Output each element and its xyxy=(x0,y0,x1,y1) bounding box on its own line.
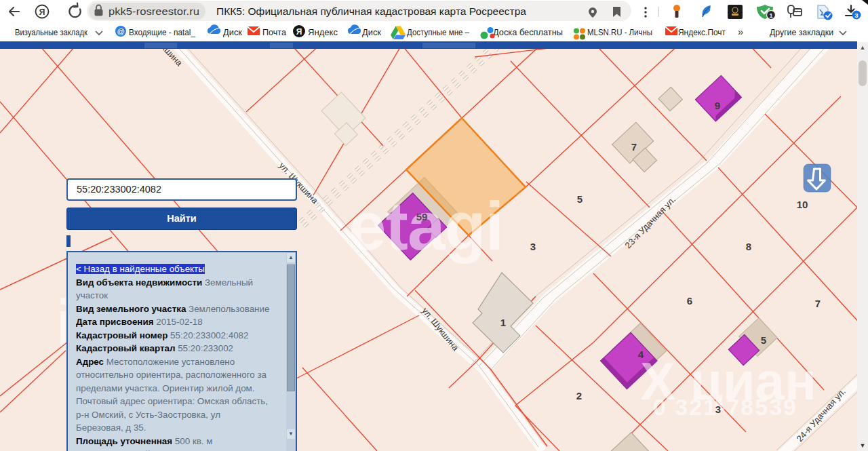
svg-text:Входящие - natal_: Входящие - natal_ xyxy=(129,27,196,37)
svg-text:59: 59 xyxy=(416,211,428,222)
svg-text:1: 1 xyxy=(769,12,772,19)
svg-text:Я: Я xyxy=(39,7,45,17)
svg-text:10: 10 xyxy=(797,199,808,210)
svg-text:Почта: Почта xyxy=(262,27,287,37)
svg-text:Диск: Диск xyxy=(362,27,381,37)
svg-text:Яндекс: Яндекс xyxy=(308,27,338,37)
svg-text:1: 1 xyxy=(500,317,506,328)
svg-text:etagi: etagi xyxy=(349,188,503,264)
svg-text:7: 7 xyxy=(815,298,821,309)
svg-text:ПКК5: Официальная публичная ка: ПКК5: Официальная публичная кадастровая … xyxy=(216,5,526,17)
svg-text:Доска бесплатны: Доска бесплатны xyxy=(493,27,563,37)
svg-text:Диск: Диск xyxy=(223,27,242,37)
svg-text:5: 5 xyxy=(761,334,766,346)
svg-text:5: 5 xyxy=(577,193,583,205)
svg-text:8: 8 xyxy=(746,241,751,252)
svg-text:»: » xyxy=(738,26,743,37)
svg-text:Другие закладки: Другие закладки xyxy=(770,27,833,37)
svg-text:4: 4 xyxy=(638,349,644,360)
svg-text:3: 3 xyxy=(854,12,858,19)
svg-text:0 321-78539: 0 321-78539 xyxy=(653,394,797,420)
svg-text:3: 3 xyxy=(715,404,721,415)
svg-text:Доступные мне –: Доступные мне – xyxy=(407,27,470,37)
svg-text:Яндекс.Почт: Яндекс.Почт xyxy=(678,27,726,37)
svg-text:9: 9 xyxy=(715,100,720,111)
svg-text:7: 7 xyxy=(631,141,637,153)
svg-text:6: 6 xyxy=(687,295,692,307)
svg-text:Я: Я xyxy=(296,27,302,37)
svg-text:pkk5-rosreestor.ru: pkk5-rosreestor.ru xyxy=(108,5,199,17)
svg-text:@: @ xyxy=(117,27,125,35)
svg-text:3: 3 xyxy=(530,241,536,252)
svg-text:MLSN.RU - Личны: MLSN.RU - Личны xyxy=(587,27,652,37)
svg-text:Визуальные закладк: Визуальные закладк xyxy=(15,27,87,37)
svg-text:2: 2 xyxy=(576,390,582,401)
